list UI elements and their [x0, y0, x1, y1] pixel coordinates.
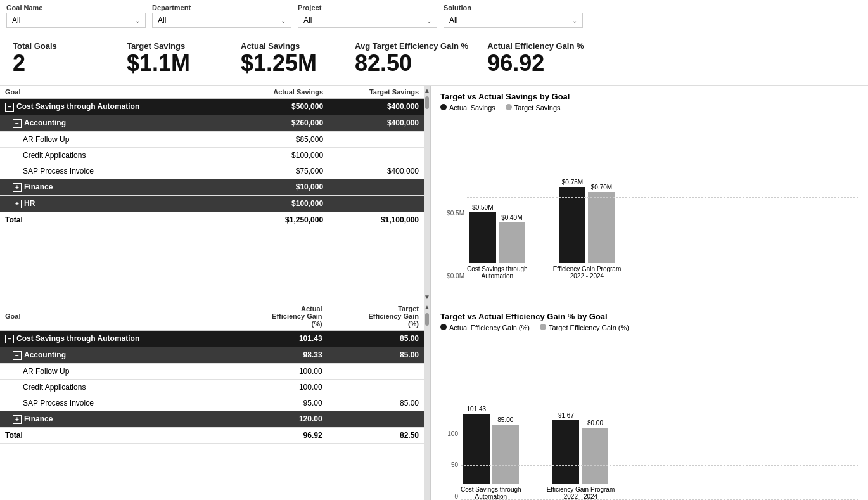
- avg-target-efficiency-kpi: Avg Target Efficiency Gain % 82.50: [355, 41, 468, 76]
- actual-savings-label: Actual Savings: [241, 41, 300, 51]
- bar-rect: [552, 420, 579, 484]
- target-savings-cell: $400,000: [328, 98, 424, 115]
- goal-cell-eff: SAP Process Invoice: [0, 395, 231, 411]
- goal-cell-eff: +Finance: [0, 411, 231, 427]
- total-goals-value: 2: [13, 51, 25, 76]
- table-row: Credit Applications $100,000: [0, 147, 424, 163]
- target-eff-cell: 85.00: [328, 347, 424, 363]
- goal-cell: SAP Process Invoice: [0, 163, 232, 179]
- y-label: $0.5M: [440, 210, 464, 217]
- bar-label: 80.00: [587, 420, 603, 426]
- actual-eff-legend-label: Actual Efficiency Gain (%): [449, 324, 530, 331]
- bars-1: $0.50M $0.40M: [469, 204, 525, 263]
- bar-rect: [588, 192, 615, 263]
- table-row: AR Follow Up 100.00: [0, 363, 424, 379]
- bar-label: $0.70M: [591, 184, 612, 191]
- department-value: All: [158, 16, 166, 25]
- right-panel: Target vs Actual Savings by Goal Actual …: [431, 86, 868, 500]
- table-row[interactable]: −Accounting $260,000 $400,000: [0, 115, 424, 131]
- grid-line: [467, 197, 858, 198]
- actual-eff-legend-dot: [440, 324, 447, 330]
- target-eff-cell: [328, 379, 424, 395]
- total-goals-kpi: Total Goals 2: [13, 41, 108, 76]
- table-row[interactable]: +Finance 120.00: [0, 411, 424, 427]
- goal-cell: +HR: [0, 195, 232, 212]
- avg-target-efficiency-value: 82.50: [355, 51, 412, 76]
- savings-chart-section: Target vs Actual Savings by Goal Actual …: [440, 92, 858, 293]
- goal-name-select[interactable]: All ⌄: [6, 13, 146, 28]
- table-row: AR Follow Up $85,000: [0, 131, 424, 147]
- efficiency-chart-title: Target vs Actual Efficiency Gain % by Go…: [440, 312, 858, 321]
- table-row[interactable]: −Accounting 98.33 85.00: [0, 347, 424, 363]
- department-select[interactable]: All ⌄: [152, 13, 291, 28]
- efficiency-scrollbar[interactable]: ▲ ▼: [424, 302, 430, 500]
- table-row: Total 96.92 82.50: [0, 427, 424, 443]
- table-row: Total $1,250,000 $1,100,000: [0, 212, 424, 228]
- table-row[interactable]: +Finance $10,000: [0, 179, 424, 195]
- col-target-savings: Target Savings: [328, 86, 424, 99]
- goal-cell: −Accounting: [0, 115, 232, 131]
- bar-group-2: $0.75M $0.70M Efficiency Gain Program202…: [553, 179, 622, 279]
- actual-savings-cell: $260,000: [232, 115, 328, 131]
- col-goal: Goal: [0, 86, 232, 99]
- col-actual-eff: ActualEfficiency Gain(%): [231, 302, 327, 331]
- efficiency-chart-section: Target vs Actual Efficiency Gain % by Go…: [440, 312, 858, 500]
- project-select[interactable]: All ⌄: [298, 13, 437, 28]
- savings-scrollbar[interactable]: ▲ ▼: [424, 86, 430, 302]
- filter-bar: Goal Name All ⌄ Department All ⌄ Project…: [0, 0, 868, 32]
- target-savings-legend-dot: [506, 104, 512, 110]
- main-content: Goal Actual Savings Target Savings −Cost…: [0, 86, 868, 500]
- chevron-down-icon: ⌄: [426, 17, 431, 24]
- bar-actual-eff-2: 91.67: [552, 412, 579, 484]
- target-eff-cell: [328, 363, 424, 379]
- target-savings-cell: $400,000: [328, 163, 424, 179]
- bar-target-1: $0.40M: [499, 214, 525, 263]
- department-filter: Department All ⌄: [152, 4, 291, 28]
- table-row: SAP Process Invoice $75,000 $400,000: [0, 163, 424, 179]
- solution-label: Solution: [444, 4, 583, 11]
- grid-line: [461, 465, 858, 466]
- goal-cell: AR Follow Up: [0, 131, 232, 147]
- table-row[interactable]: −Cost Savings through Automation 101.43 …: [0, 330, 424, 347]
- bar-rect: [463, 414, 490, 484]
- savings-chart-title: Target vs Actual Savings by Goal: [440, 92, 858, 101]
- grid-line: [467, 279, 858, 279]
- actual-savings-legend-label: Actual Savings: [449, 104, 495, 112]
- target-savings-cell: [328, 179, 424, 195]
- solution-select[interactable]: All ⌄: [444, 13, 583, 28]
- table-row[interactable]: +HR $100,000: [0, 195, 424, 212]
- efficiency-bar-chart: 101.43 85.00 Cost Savings throughAutomat…: [461, 418, 858, 500]
- project-filter: Project All ⌄: [298, 4, 437, 28]
- actual-eff-cell: 95.00: [231, 395, 327, 411]
- y-label: 50: [440, 461, 458, 468]
- target-eff-cell: 85.00: [328, 330, 424, 347]
- goal-cell: Credit Applications: [0, 147, 232, 163]
- y-label: $0.0M: [440, 272, 464, 279]
- project-value: All: [303, 16, 312, 25]
- bar-group-label: Efficiency Gain Program2022 - 2024: [553, 266, 622, 279]
- savings-bar-chart: $0.50M $0.40M Cost Savings throughAutoma…: [467, 197, 858, 292]
- bar-group-label: Cost Savings throughAutomation: [467, 266, 528, 279]
- actual-savings-kpi: Actual Savings $1.25M: [241, 41, 336, 76]
- table-row[interactable]: −Cost Savings through Automation $500,00…: [0, 98, 424, 115]
- actual-eff-cell: 96.92: [231, 427, 327, 443]
- col-goal-eff: Goal: [0, 302, 231, 331]
- bar-group-label: Efficiency Gain Program2022 - 2024: [547, 486, 615, 500]
- actual-savings-cell: $1,250,000: [232, 212, 328, 228]
- chevron-down-icon: ⌄: [281, 17, 286, 24]
- goal-name-value: All: [12, 16, 20, 25]
- efficiency-table: Goal ActualEfficiency Gain(%) TargetEffi…: [0, 302, 424, 444]
- goal-cell: +Finance: [0, 179, 232, 195]
- actual-savings-cell: $85,000: [232, 131, 328, 147]
- efficiency-chart-legend: Actual Efficiency Gain (%) Target Effici…: [440, 324, 858, 331]
- bar-rect: [582, 428, 608, 484]
- actual-eff-cell: 100.00: [231, 379, 327, 395]
- actual-savings-cell: $100,000: [232, 147, 328, 163]
- target-savings-kpi: Target Savings $1.1M: [127, 41, 222, 76]
- bar-target-2: $0.70M: [588, 184, 615, 263]
- total-goals-label: Total Goals: [13, 41, 57, 51]
- bars-2: $0.75M $0.70M: [559, 179, 615, 263]
- bar-group-eff-1: 101.43 85.00 Cost Savings throughAutomat…: [461, 406, 521, 500]
- actual-savings-cell: $100,000: [232, 195, 328, 212]
- avg-target-efficiency-label: Avg Target Efficiency Gain %: [355, 41, 468, 51]
